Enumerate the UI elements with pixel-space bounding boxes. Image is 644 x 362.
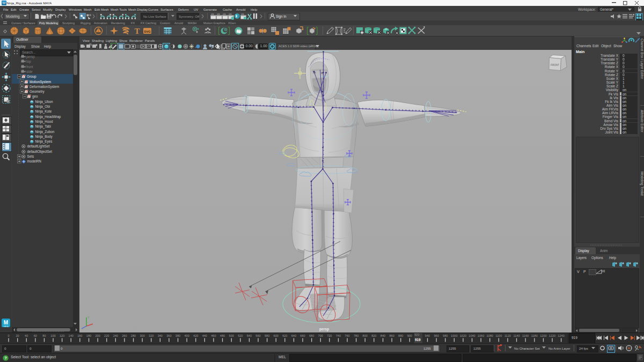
- svg-text:123: 123: [223, 13, 226, 16]
- svg-text:960: 960: [434, 334, 438, 337]
- svg-text:440: 440: [202, 334, 207, 337]
- svg-text:340: 340: [158, 334, 163, 337]
- svg-text:123: 123: [241, 13, 244, 16]
- svg-text:M: M: [3, 1, 6, 5]
- svg-text:?: ?: [4, 356, 7, 360]
- svg-text:T: T: [134, 27, 140, 35]
- svg-text:1140: 1140: [513, 334, 519, 337]
- svg-text:1200: 1200: [540, 334, 546, 337]
- svg-text:1120: 1120: [504, 334, 511, 337]
- svg-text:1240: 1240: [558, 334, 564, 337]
- svg-text:123: 123: [211, 13, 214, 16]
- svg-text:320: 320: [149, 334, 153, 337]
- svg-text:60: 60: [34, 334, 37, 337]
- svg-text:123: 123: [217, 13, 220, 16]
- svg-text:persp: persp: [319, 327, 329, 331]
- svg-text:1160: 1160: [522, 334, 529, 337]
- svg-text:380: 380: [175, 334, 180, 337]
- svg-text:20: 20: [16, 334, 19, 337]
- svg-text:100: 100: [50, 334, 55, 337]
- svg-text:M: M: [4, 320, 8, 326]
- svg-text:300: 300: [140, 334, 144, 337]
- svg-text:720: 720: [327, 334, 332, 337]
- svg-text:420: 420: [193, 334, 198, 337]
- svg-text:1100: 1100: [495, 334, 502, 337]
- svg-text:740: 740: [336, 334, 341, 337]
- svg-text:123: 123: [229, 13, 232, 16]
- svg-text:220: 220: [104, 334, 109, 337]
- svg-text:360: 360: [166, 334, 171, 337]
- svg-text:660: 660: [300, 334, 305, 337]
- svg-text:700: 700: [318, 334, 323, 337]
- svg-text:820: 820: [371, 334, 376, 337]
- svg-text:840: 840: [380, 334, 385, 337]
- svg-text:260: 260: [122, 334, 127, 337]
- svg-text:1000: 1000: [451, 334, 457, 337]
- svg-text:160: 160: [77, 334, 82, 337]
- svg-text:940: 940: [425, 334, 430, 337]
- svg-text:780: 780: [354, 334, 358, 337]
- svg-text:640: 640: [291, 334, 296, 337]
- svg-text:620: 620: [282, 334, 287, 337]
- svg-text:MAYA: MAYA: [3, 326, 9, 328]
- svg-text:560: 560: [255, 334, 260, 337]
- svg-text:140: 140: [69, 334, 74, 337]
- svg-text:580: 580: [265, 334, 269, 337]
- svg-text:120: 120: [60, 334, 64, 337]
- svg-text:1180: 1180: [531, 334, 538, 337]
- svg-text:520: 520: [238, 334, 243, 337]
- svg-text:860: 860: [389, 334, 394, 337]
- svg-text:600: 600: [274, 334, 279, 337]
- svg-text:900: 900: [407, 334, 412, 337]
- svg-text:1020: 1020: [460, 334, 466, 337]
- svg-text:1220: 1220: [549, 334, 555, 337]
- svg-text:540: 540: [247, 334, 252, 337]
- svg-text:980: 980: [443, 334, 448, 337]
- svg-text:760: 760: [345, 334, 349, 337]
- svg-text:FRONT: FRONT: [551, 64, 559, 67]
- svg-text:180: 180: [86, 334, 91, 337]
- svg-text:0: 0: [8, 334, 9, 337]
- svg-text:800: 800: [363, 334, 368, 337]
- svg-text:200: 200: [95, 334, 100, 337]
- svg-text:400: 400: [184, 334, 189, 337]
- svg-text:SVG: SVG: [144, 30, 151, 33]
- svg-text:280: 280: [131, 334, 136, 337]
- svg-text:80: 80: [42, 334, 46, 337]
- svg-text:460: 460: [211, 334, 216, 337]
- svg-text:1080: 1080: [486, 334, 493, 337]
- svg-text:40: 40: [25, 334, 28, 337]
- svg-text:480: 480: [220, 334, 225, 337]
- svg-text:680: 680: [309, 334, 314, 337]
- svg-text:500: 500: [229, 334, 234, 337]
- svg-text:240: 240: [113, 334, 118, 337]
- svg-text:1060: 1060: [478, 334, 484, 337]
- svg-text:880: 880: [398, 334, 403, 337]
- svg-text:1040: 1040: [469, 334, 475, 337]
